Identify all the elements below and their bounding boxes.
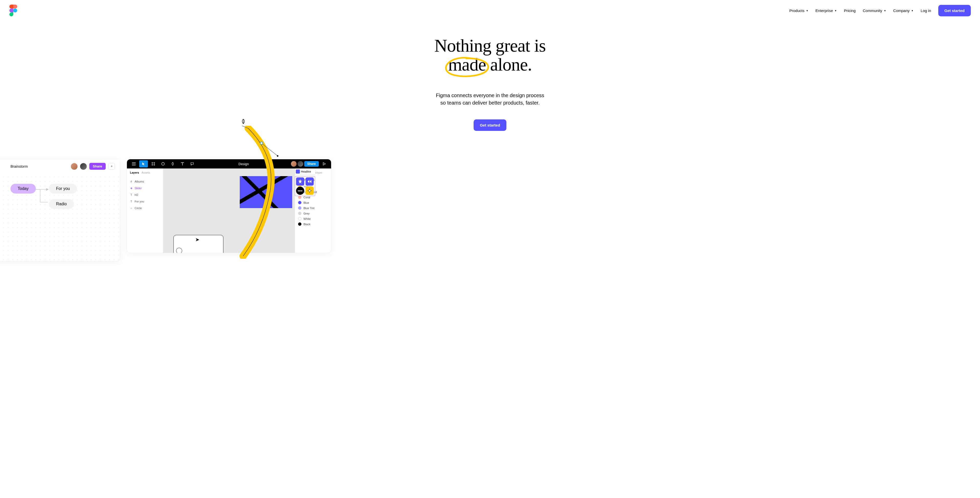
editor-title: Design bbox=[197, 162, 290, 166]
swatch-label: Black bbox=[304, 223, 310, 226]
leaf-icon bbox=[240, 119, 246, 125]
hero: Nothing great is made alone. Figma conne… bbox=[0, 36, 980, 131]
swatch-dot bbox=[298, 206, 301, 209]
present-icon[interactable] bbox=[320, 160, 329, 167]
nav-company[interactable]: Company ▼ bbox=[893, 8, 913, 13]
site-header: Products ▼ Enterprise ▼ Pricing Communit… bbox=[0, 0, 980, 21]
figjam-canvas[interactable]: Today For you Radio ed Songs ylists bbox=[0, 174, 120, 184]
layers-panel: Layers Assets # Albums ❖ Slider T H2 T bbox=[127, 168, 163, 253]
swatch-label: Blue bbox=[304, 201, 309, 204]
nav-pricing[interactable]: Pricing bbox=[844, 8, 856, 13]
chip-radio[interactable]: Radio bbox=[49, 199, 74, 209]
layer-row[interactable]: T For you bbox=[130, 198, 160, 205]
figjam-title: Brainstorm bbox=[11, 164, 68, 168]
layer-label: H2 bbox=[135, 193, 138, 196]
get-started-button-hero[interactable]: Get started bbox=[474, 119, 506, 131]
product-panels: Brainstorm Share ✦ Today For you Radio e… bbox=[0, 159, 980, 266]
layer-label: For you bbox=[135, 200, 144, 203]
layer-row[interactable]: ❖ Slider bbox=[130, 185, 160, 192]
hero-subhead: Figma connects everyone in the design pr… bbox=[0, 92, 980, 106]
layer-label: Slider bbox=[135, 187, 142, 190]
sticker-new-label: NEW! bbox=[298, 190, 303, 192]
text-tool-icon[interactable] bbox=[178, 160, 187, 167]
figjam-toolbar: Brainstorm Share ✦ bbox=[0, 159, 120, 174]
hero-sub1: Figma connects everyone in the design pr… bbox=[436, 92, 544, 98]
avatar[interactable] bbox=[71, 163, 78, 170]
move-tool-icon[interactable] bbox=[139, 160, 148, 167]
nav-login-label: Log in bbox=[921, 8, 931, 13]
swatch-dot bbox=[298, 217, 301, 220]
text-icon: T bbox=[130, 193, 132, 196]
swatch-row[interactable]: White bbox=[298, 216, 328, 221]
nav-products[interactable]: Products ▼ bbox=[789, 8, 808, 13]
chip-foryou[interactable]: For you bbox=[49, 184, 77, 193]
figjam-panel: Brainstorm Share ✦ Today For you Radio e… bbox=[0, 159, 120, 261]
swatch-row[interactable]: Blue bbox=[298, 200, 328, 205]
shape-tool-icon[interactable] bbox=[159, 160, 167, 167]
layer-label: Circle bbox=[135, 206, 142, 209]
hero-line2-rest: alone. bbox=[486, 55, 532, 75]
nav-enterprise[interactable]: Enterprise ▼ bbox=[816, 8, 837, 13]
cursor-icon: ➤ bbox=[195, 236, 200, 243]
hero-headline: Nothing great is made alone. bbox=[434, 36, 546, 74]
layer-row[interactable]: # Albums bbox=[130, 178, 160, 185]
layers-tabs: Layers Assets bbox=[130, 171, 160, 174]
figma-editor-panel: Design Share Layers Assets # Albums ❖ bbox=[127, 159, 331, 253]
comment-tool-icon[interactable] bbox=[188, 160, 197, 167]
sticker-star-icon[interactable] bbox=[296, 178, 304, 186]
pen-tool-icon[interactable] bbox=[169, 160, 177, 167]
ellipse-icon: ○ bbox=[130, 207, 132, 209]
headline-chip-label: Headline bbox=[301, 170, 311, 173]
swatch-label: Grey bbox=[304, 212, 310, 215]
editor-share-button[interactable]: Share bbox=[304, 161, 319, 167]
swatch-label: White bbox=[304, 217, 311, 220]
swatch-dot bbox=[298, 212, 301, 215]
nav-community-label: Community bbox=[863, 8, 882, 13]
get-started-button-header[interactable]: Get started bbox=[938, 5, 971, 16]
sticker-new-badge[interactable]: NEW! bbox=[296, 187, 304, 195]
sticker-rewind-icon[interactable] bbox=[305, 178, 314, 186]
svg-line-5 bbox=[261, 143, 278, 156]
nav-products-label: Products bbox=[789, 8, 805, 13]
swatch-row[interactable]: Grey bbox=[298, 211, 328, 216]
swatch-row[interactable]: Black bbox=[298, 221, 328, 227]
chip-today[interactable]: Today bbox=[11, 184, 36, 193]
avatar[interactable] bbox=[80, 163, 87, 170]
hero-underlined-text: made bbox=[448, 55, 486, 75]
swatch-label: Blue Tint bbox=[304, 206, 315, 209]
frame-tool-icon[interactable] bbox=[149, 160, 158, 167]
canvas-circle-handle[interactable] bbox=[176, 248, 182, 253]
nav-community[interactable]: Community ▼ bbox=[863, 8, 886, 13]
tab-assets[interactable]: Assets bbox=[142, 171, 150, 174]
layer-row[interactable]: ○ Circle bbox=[130, 205, 160, 211]
frame-icon: # bbox=[130, 180, 132, 183]
hero-sub2: so teams can deliver better products, fa… bbox=[441, 100, 539, 106]
svg-point-6 bbox=[277, 155, 278, 157]
tab-layers[interactable]: Layers bbox=[130, 171, 139, 174]
chevron-down-icon: ▼ bbox=[806, 10, 808, 12]
sticker-sparkle-icon[interactable] bbox=[305, 187, 314, 195]
swatch-dot bbox=[298, 201, 301, 204]
editor-toolbar: Design Share bbox=[127, 159, 331, 168]
swatch-row[interactable]: Blue Tint bbox=[298, 205, 328, 211]
figma-logo[interactable] bbox=[9, 5, 18, 16]
layer-row[interactable]: T H2 bbox=[130, 192, 160, 198]
sticker-grid: NEW! bbox=[295, 176, 315, 196]
editor-canvas[interactable]: Headline NEW! ➤ bbox=[163, 168, 295, 253]
headline-chip[interactable]: Headline bbox=[295, 168, 315, 174]
primary-nav: Products ▼ Enterprise ▼ Pricing Communit… bbox=[789, 5, 971, 16]
menu-icon[interactable] bbox=[129, 160, 138, 167]
nav-company-label: Company bbox=[893, 8, 910, 13]
chevron-down-icon: ▼ bbox=[834, 10, 837, 12]
nav-pricing-label: Pricing bbox=[844, 8, 856, 13]
sparkle-icon[interactable]: ✦ bbox=[108, 163, 115, 170]
avatar[interactable] bbox=[298, 161, 303, 167]
nav-login[interactable]: Log in bbox=[921, 8, 931, 13]
hero-underlined-word: made bbox=[448, 55, 486, 74]
figjam-share-button[interactable]: Share bbox=[89, 163, 106, 170]
svg-marker-2 bbox=[298, 179, 302, 184]
avatar[interactable] bbox=[291, 161, 297, 167]
svg-point-1 bbox=[162, 163, 164, 165]
svg-point-7 bbox=[260, 142, 263, 144]
chevron-down-icon: ▼ bbox=[884, 10, 886, 12]
